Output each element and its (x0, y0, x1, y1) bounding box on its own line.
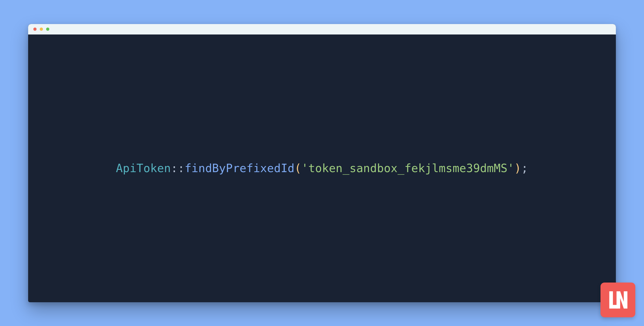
token-string: 'token_sandbox_fekjlmsme39dmMS' (301, 162, 514, 175)
editor-window: ApiToken::findByPrefixedId('token_sandbo… (28, 24, 616, 302)
token-scope-operator: :: (171, 162, 184, 175)
brand-badge (600, 283, 635, 317)
token-class: ApiToken (116, 162, 171, 175)
token-close-paren: ) (514, 162, 521, 175)
minimize-icon[interactable] (40, 28, 43, 31)
maximize-icon[interactable] (46, 28, 49, 31)
editor-body[interactable]: ApiToken::findByPrefixedId('token_sandbo… (28, 34, 616, 302)
close-icon[interactable] (33, 28, 37, 31)
brand-logo-icon (607, 289, 629, 311)
code-line: ApiToken::findByPrefixedId('token_sandbo… (116, 162, 528, 175)
token-method: findByPrefixedId (184, 162, 294, 175)
token-semicolon: ; (521, 162, 528, 175)
window-titlebar (28, 24, 616, 34)
token-open-paren: ( (294, 162, 301, 175)
